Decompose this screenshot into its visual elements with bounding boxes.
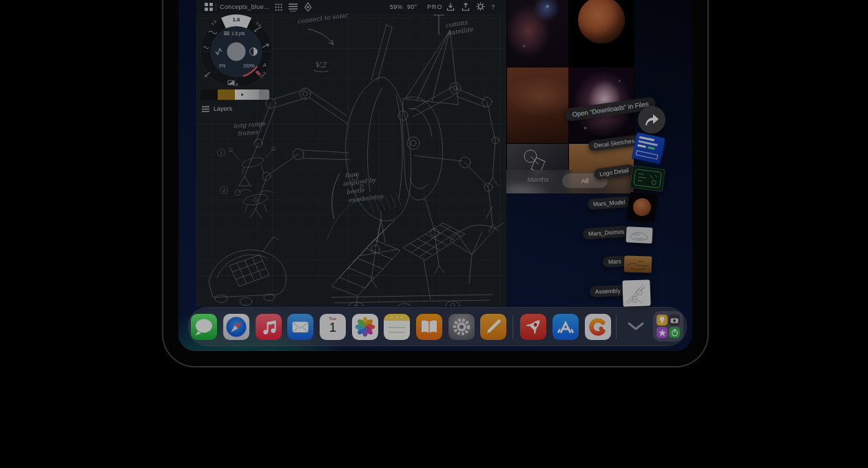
app-library-tile-camera — [669, 315, 680, 326]
drag-thumb-mars-deimos[interactable] — [626, 226, 652, 244]
note-mark-1: 1 — [220, 151, 223, 156]
gallery-icon[interactable] — [205, 3, 213, 11]
music-note-icon — [256, 314, 282, 340]
swatch-gray[interactable] — [259, 89, 269, 100]
drag-thumb-assembly[interactable] — [622, 279, 650, 306]
menu-lines-icon[interactable] — [289, 3, 298, 12]
swatch-black[interactable] — [200, 89, 218, 100]
wheel-active-size: 1.6 — [232, 17, 240, 23]
star-icon — [659, 329, 666, 337]
layers-label: Layers — [214, 105, 232, 112]
drag-thumb-logo-detail[interactable] — [630, 165, 665, 192]
tab-all-label: All — [581, 177, 589, 184]
settings-gear-glyph — [448, 314, 475, 340]
wheel-opacity-max: 100% — [243, 63, 255, 68]
grid-settings-icon[interactable] — [275, 3, 282, 11]
mars-model-sphere — [632, 198, 652, 217]
mars-sphere — [578, 0, 625, 43]
dock-icon-notes[interactable] — [384, 314, 410, 340]
note-connect: connect to solar — [297, 12, 349, 25]
drag-label: Assembly — [590, 285, 626, 297]
lightbulb-icon — [659, 316, 665, 324]
ipad-screen: connect to solar comms satellite V.2 lon… — [178, 0, 692, 351]
dock-divider — [513, 315, 513, 339]
dock-icon-rocket[interactable] — [520, 314, 546, 340]
drag-thumb-mars[interactable] — [624, 255, 652, 273]
wheel-stroke-size: 1.6 pts — [231, 31, 245, 36]
calendar-day: 1 — [320, 321, 346, 334]
drag-thumb-mars-model[interactable] — [627, 192, 658, 223]
timer-icon — [671, 329, 679, 337]
camera-icon — [670, 317, 679, 323]
share-button[interactable] — [638, 106, 665, 134]
dock-icon-sketch[interactable] — [480, 314, 506, 340]
toolbar-divider — [216, 3, 216, 11]
safari-compass-icon — [223, 314, 249, 340]
rocket-icon — [520, 314, 546, 340]
document-title[interactable]: Concepts_blue... — [220, 3, 269, 10]
sketch-pen-icon — [480, 314, 506, 340]
dock-icon-safari[interactable] — [223, 314, 249, 340]
dock-icon-appstore[interactable] — [552, 314, 579, 340]
dock-icon-photos[interactable] — [352, 314, 378, 340]
dock-icon-books[interactable] — [416, 314, 442, 340]
forward-arrow-icon — [644, 113, 659, 127]
decal-line — [648, 147, 654, 150]
photos-flower-icon — [352, 314, 378, 340]
photo-nebula-flame[interactable] — [507, 0, 568, 67]
tool-wheel[interactable]: 1.6 1.3 3.5 14.5 6.8 A — [198, 12, 275, 89]
tab-months[interactable]: Months — [514, 176, 562, 183]
dock-divider — [616, 315, 617, 339]
decal-line — [636, 150, 659, 160]
wheel-text-tool-icon: A — [262, 63, 267, 67]
books-book-icon — [416, 314, 442, 340]
dock-icon-app-library[interactable] — [653, 311, 683, 341]
dock-icon-settings[interactable] — [448, 314, 475, 340]
settings-gear-icon[interactable] — [476, 2, 485, 11]
gradient-dot — [241, 94, 243, 96]
photo-mars-globe[interactable] — [569, 0, 634, 67]
wheel-opacity-min: 0% — [219, 63, 226, 68]
layers-button[interactable]: Layers — [202, 104, 232, 114]
chevron-down-icon[interactable] — [628, 321, 644, 331]
dock-icon-messages[interactable] — [191, 314, 217, 340]
dock-icon-concepts[interactable] — [585, 314, 611, 340]
swatch-gold[interactable] — [218, 89, 235, 100]
messages-bubble-icon — [191, 314, 217, 340]
pro-badge[interactable]: PRO — [427, 3, 443, 10]
layers-menu-icon — [202, 106, 209, 112]
photo-mars-hills[interactable] — [507, 67, 568, 143]
mail-envelope-icon — [287, 314, 313, 340]
note-version: V.2 — [315, 61, 327, 70]
concepts-c-icon — [585, 314, 611, 340]
color-strip — [200, 89, 269, 100]
dock-icon-mail[interactable] — [287, 314, 313, 340]
dock-icon-calendar[interactable]: Tue 1 — [320, 314, 346, 340]
notes-lines-icon — [384, 314, 410, 340]
app-library-tile-timer — [669, 327, 680, 338]
note-form-3: beetle — [346, 187, 366, 195]
dock-icon-music[interactable] — [256, 314, 282, 340]
appstore-a-icon — [552, 314, 579, 340]
note-long-2: frames — [237, 128, 258, 137]
app-library-tile-tips — [657, 315, 668, 326]
swatch-gradient[interactable] — [235, 89, 259, 100]
note-mark-2: 2 — [223, 188, 226, 193]
pen-nib-icon[interactable] — [304, 2, 312, 12]
help-button[interactable]: ? — [491, 3, 495, 10]
app-library-tile-star — [657, 327, 668, 338]
stage: connect to solar comms satellite V.2 lon… — [0, 0, 868, 468]
decal-line — [637, 145, 645, 148]
zoom-level[interactable]: 59% — [390, 3, 403, 10]
rotation-value[interactable]: 90° — [407, 3, 417, 10]
export-icon[interactable] — [462, 3, 470, 11]
import-icon[interactable] — [446, 3, 455, 11]
